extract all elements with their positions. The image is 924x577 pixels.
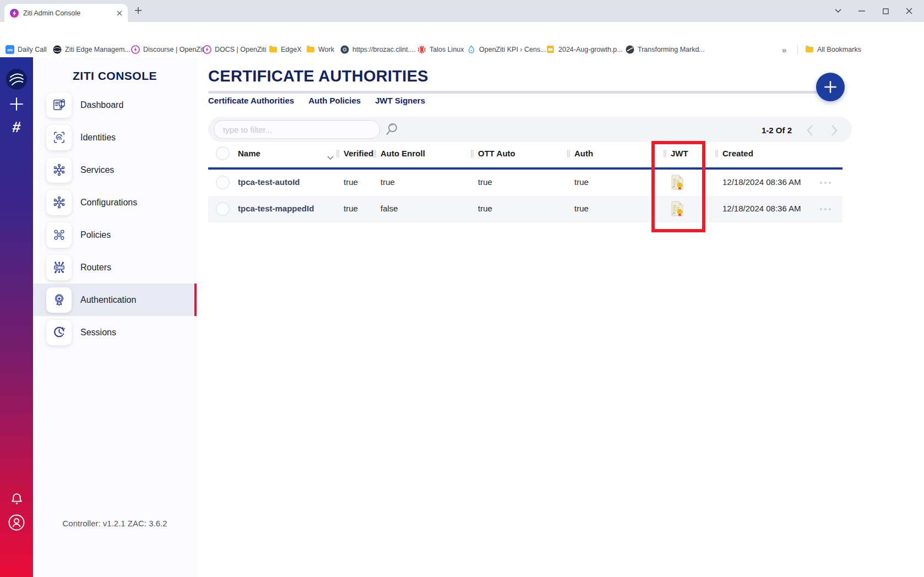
bookmark-ziti-edge[interactable]: Ziti Edge Managem... (53, 43, 131, 56)
sidebar-item-configurations[interactable]: Configurations (33, 186, 197, 219)
select-all-checkbox[interactable] (216, 146, 230, 160)
new-tab-button[interactable] (134, 7, 142, 17)
row-checkbox[interactable] (216, 176, 230, 189)
tab-search-icon[interactable] (833, 6, 844, 17)
bookmarks-divider (797, 45, 798, 55)
sidebar-item-routers[interactable]: Routers (33, 251, 197, 284)
tab-jwt-signers[interactable]: JWT Signers (375, 96, 425, 105)
column-separator (373, 150, 376, 157)
browser-window: Ziti Admin Console (0, 0, 924, 577)
bookmark-talos[interactable]: Talos Linux (417, 43, 464, 56)
svg-text:zm: zm (7, 48, 13, 52)
openziti-bolt-icon (131, 45, 140, 54)
add-icon[interactable] (0, 97, 33, 111)
cell-created: 12/18/2024 08:36 AM (722, 204, 801, 213)
tab-certificate-authorities[interactable]: Certificate Authorities (208, 96, 294, 105)
table-row[interactable]: tpca-test-mappedId true false true true … (208, 196, 843, 222)
globe-icon (626, 45, 634, 54)
column-header-name[interactable]: Name (238, 149, 260, 158)
bookmark-discourse[interactable]: Discourse | OpenZiti (131, 43, 205, 56)
folder-icon (306, 45, 315, 54)
bookmark-daily-call[interactable]: zm Daily Call (6, 43, 47, 56)
column-header-ott-auto[interactable]: OTT Auto (478, 149, 515, 158)
slides-icon (546, 45, 555, 54)
clock-icon (46, 320, 72, 345)
bookmark-transforming-markd[interactable]: Transforming Markd... (626, 43, 705, 56)
gears-icon (46, 222, 72, 248)
openziti-bolt-icon (203, 45, 211, 54)
page-next-icon[interactable] (828, 123, 842, 138)
tab-auth-policies[interactable]: Auth Policies (308, 96, 361, 105)
sidebar-item-identities[interactable]: Identities (33, 121, 197, 154)
ziti-logo-icon[interactable] (0, 68, 33, 90)
column-header-verified[interactable]: Verified (344, 149, 373, 158)
bookmarks-bar: zm Daily Call Ziti Edge Managem... Disco… (0, 42, 924, 58)
sort-chevron-icon[interactable] (327, 153, 334, 162)
row-checkbox[interactable] (216, 202, 230, 216)
cell-verified: true (344, 204, 358, 213)
hash-icon[interactable]: # (0, 119, 34, 136)
award-ribbon-icon (46, 287, 72, 313)
console-title: ZITI CONSOLE (33, 69, 197, 83)
cell-auto-enroll: false (381, 204, 398, 213)
camera-icon (340, 45, 349, 54)
filter-input[interactable] (214, 120, 380, 139)
title-divider (208, 91, 839, 94)
sub-tabs: Certificate Authorities Auth Policies JW… (208, 96, 425, 105)
bookmark-brozac[interactable]: https://brozac.clint.... (340, 43, 416, 56)
sidebar-item-dashboard[interactable]: Dashboard (33, 89, 197, 121)
row-actions-icon[interactable] (820, 208, 831, 210)
notifications-bell-icon[interactable] (0, 492, 33, 506)
folder-icon (269, 45, 278, 54)
account-icon[interactable] (0, 514, 33, 531)
cell-created: 12/18/2024 08:36 AM (722, 177, 801, 187)
page-previous-icon[interactable] (802, 123, 817, 138)
browser-tab[interactable]: Ziti Admin Console (4, 4, 128, 22)
cell-auto-enroll: true (381, 177, 395, 187)
column-separator (336, 150, 339, 157)
pagination-label: 1-2 Of 2 (762, 126, 792, 135)
window-maximize-button[interactable] (880, 6, 891, 17)
main-content: CERTIFICATE AUTHORITIES Certificate Auth… (197, 57, 924, 577)
column-header-auth[interactable]: Auth (574, 149, 593, 158)
page-title: CERTIFICATE AUTHORITIES (208, 67, 428, 85)
bookmark-openziti-kpi[interactable]: OpenZiti KPI › Cens... (467, 43, 546, 56)
cell-auth: true (574, 177, 589, 187)
column-separator (715, 150, 718, 157)
bookmarks-overflow-chevron[interactable]: » (782, 43, 786, 56)
droplet-icon (467, 45, 476, 54)
all-bookmarks-button[interactable]: All Bookmarks (805, 43, 861, 56)
cell-verified: true (344, 177, 358, 187)
sidebar-item-authentication[interactable]: Authentication (33, 284, 197, 316)
bookmark-work[interactable]: Work (306, 43, 334, 56)
search-icon[interactable] (384, 122, 399, 139)
table-row[interactable]: tpca-test-autoId true true true true 12/… (208, 170, 843, 196)
bookmark-docs-openziti[interactable]: DOCS | OpenZiti (203, 43, 267, 56)
sidebar-item-services[interactable]: Services (33, 154, 197, 186)
window-close-button[interactable] (904, 6, 915, 17)
sidebar-item-sessions[interactable]: Sessions (33, 316, 197, 349)
openziti-favicon (10, 9, 19, 18)
talos-icon (417, 45, 426, 54)
tab-strip: Ziti Admin Console (0, 0, 924, 22)
cell-name[interactable]: tpca-test-autoId (238, 177, 300, 187)
jwt-column-annotation (651, 141, 705, 232)
network-hub-icon (46, 157, 72, 183)
column-header-auto-enroll[interactable]: Auto Enroll (381, 149, 425, 158)
column-header-created[interactable]: Created (722, 149, 753, 158)
tab-title: Ziti Admin Console (23, 9, 112, 17)
bookmark-edgex[interactable]: EdgeX (269, 43, 302, 56)
left-rail: # (0, 57, 33, 577)
cell-name[interactable]: tpca-test-mappedId (238, 204, 314, 213)
add-certificate-authority-button[interactable] (816, 73, 845, 101)
column-separator (567, 150, 570, 157)
bookmark-2024-aug-growth[interactable]: 2024-Aug-growth.p... (546, 43, 623, 56)
sidebar-item-policies[interactable]: Policies (33, 219, 197, 251)
column-separator (471, 150, 474, 157)
row-actions-icon[interactable] (820, 182, 831, 184)
dashboard-icon (46, 92, 72, 118)
browser-toolbar: https://ctrl.cdaws.clint.demo.openziti.o… (0, 22, 924, 42)
window-minimize-button[interactable] (856, 6, 867, 17)
tab-close-icon[interactable] (117, 8, 122, 18)
ziti-sphere-icon (53, 45, 62, 54)
